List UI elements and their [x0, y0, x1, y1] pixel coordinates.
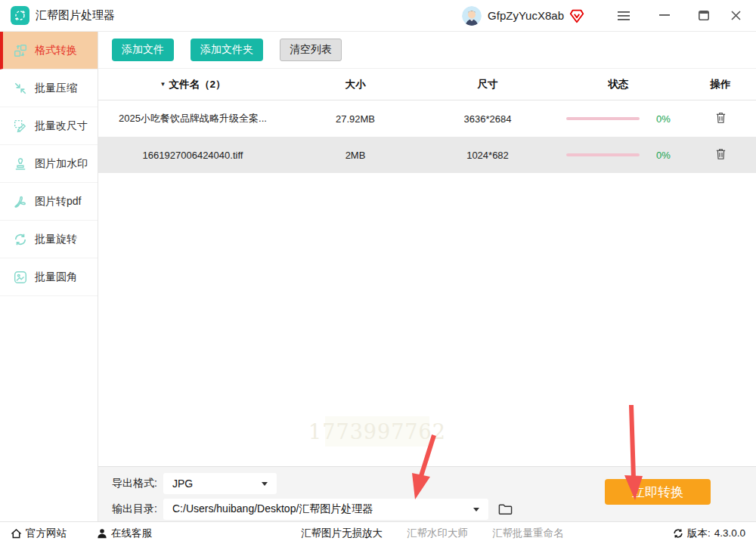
close-button[interactable] [726, 6, 745, 26]
export-format-select[interactable]: JPG [163, 473, 277, 494]
vip-badge-icon[interactable] [569, 8, 585, 24]
folder-icon [498, 503, 513, 515]
sidebar-item-label: 图片转pdf [35, 195, 81, 209]
official-site-link[interactable]: 官方网站 [11, 527, 67, 540]
sidebar-item-label: 批量改尺寸 [35, 119, 88, 133]
progress-bar [566, 117, 640, 120]
sidebar-item-image-to-pdf[interactable]: 图片转pdf [0, 183, 98, 221]
main-content: 添加文件 添加文件夹 清空列表 ▼ 文件名（2） 大小 尺寸 状态 操作 202… [98, 32, 756, 521]
person-icon [97, 528, 107, 539]
file-dimensions: 3636*2684 [423, 113, 552, 125]
add-file-button[interactable]: 添加文件 [112, 39, 174, 61]
browse-folder-button[interactable] [498, 503, 513, 515]
column-header-actions: 操作 [685, 78, 756, 91]
product-link-lossless-enlarge[interactable]: 汇帮图片无损放大 [301, 527, 383, 540]
column-header-status: 状态 [552, 78, 685, 91]
progress-percent: 0% [656, 113, 671, 125]
sidebar-item-batch-round-corner[interactable]: 批量圆角 [0, 258, 98, 296]
batch-compress-icon [14, 82, 27, 95]
trash-icon [715, 147, 727, 160]
watermark-text: 1773997762 [325, 416, 429, 447]
batch-rotate-icon [14, 233, 27, 246]
output-dir-label: 输出目录: [112, 502, 163, 516]
minimize-icon [659, 14, 670, 17]
version-label: 版本: [687, 527, 711, 540]
convert-now-button[interactable]: 立即转换 [605, 479, 711, 505]
app-title: 汇帮图片处理器 [36, 8, 115, 23]
file-list-empty-area: 1773997762 [98, 173, 756, 466]
add-folder-button[interactable]: 添加文件夹 [191, 39, 263, 61]
trash-icon [715, 111, 727, 124]
output-dir-select[interactable]: C:/Users/huibang/Desktop/汇帮图片处理器 [163, 499, 488, 520]
sort-icon[interactable]: ▼ [160, 81, 166, 88]
table-row[interactable]: 2025小吃餐饮品牌战略升级全案... 27.92MB 3636*2684 0% [98, 100, 756, 137]
column-header-size: 大小 [287, 78, 423, 91]
sidebar-item-label: 批量旋转 [35, 233, 77, 246]
version-info: 版本: 4.3.0.0 [673, 527, 745, 540]
sidebar-item-label: 格式转换 [35, 44, 77, 57]
image-watermark-icon [14, 157, 27, 171]
format-convert-icon [14, 44, 27, 57]
product-links: 汇帮图片无损放大 汇帮水印大师 汇帮批量重命名 [301, 527, 564, 540]
sidebar-item-image-watermark[interactable]: 图片加水印 [0, 145, 98, 183]
maximize-button[interactable] [694, 6, 714, 26]
hamburger-icon [618, 11, 630, 20]
column-header-label: 文件名（2） [169, 78, 225, 91]
batch-round-corner-icon [14, 270, 27, 284]
sidebar-item-label: 批量压缩 [35, 82, 77, 95]
titlebar: 汇帮图片处理器 GfpZyYucX8ab [0, 0, 756, 32]
export-format-label: 导出格式: [112, 477, 163, 490]
toolbar: 添加文件 添加文件夹 清空列表 [98, 32, 756, 68]
file-status: 0% [552, 150, 685, 161]
progress-percent: 0% [656, 150, 671, 161]
file-actions [685, 147, 756, 162]
table-header: ▼ 文件名（2） 大小 尺寸 状态 操作 [98, 68, 756, 100]
batch-resize-icon [14, 119, 27, 133]
username[interactable]: GfpZyYucX8ab [488, 9, 564, 22]
online-support-link[interactable]: 在线客服 [97, 527, 152, 540]
sidebar-item-label: 图片加水印 [35, 157, 88, 171]
close-icon [731, 11, 741, 20]
file-actions [685, 111, 756, 126]
export-format-value: JPG [172, 478, 193, 490]
user-avatar[interactable] [462, 6, 482, 26]
menu-button[interactable] [614, 6, 634, 26]
sidebar-item-batch-rotate[interactable]: 批量旋转 [0, 221, 98, 258]
app-logo-icon [11, 6, 29, 25]
sidebar-item-batch-resize[interactable]: 批量改尺寸 [0, 107, 98, 145]
sidebar-item-batch-compress[interactable]: 批量压缩 [0, 70, 98, 107]
file-size: 27.92MB [287, 113, 423, 125]
file-size: 2MB [287, 150, 423, 161]
file-status: 0% [552, 113, 685, 125]
sidebar-item-format-convert[interactable]: 格式转换 [0, 32, 98, 70]
refresh-icon [673, 528, 683, 539]
file-name: 2025小吃餐饮品牌战略升级全案... [98, 112, 287, 125]
file-name: 1661927006424040.tiff [98, 150, 287, 161]
clear-list-button[interactable]: 清空列表 [280, 39, 342, 61]
image-to-pdf-icon [14, 195, 27, 209]
maximize-icon [699, 11, 709, 20]
chevron-down-icon [473, 508, 479, 512]
home-icon [11, 528, 22, 539]
app-window: 汇帮图片处理器 GfpZyYucX8ab [0, 0, 756, 544]
version-value: 4.3.0.0 [714, 527, 745, 539]
sidebar: 格式转换 批量压缩 批量改尺寸 图片加水印 图片转pdf [0, 32, 98, 521]
output-dir-value: C:/Users/huibang/Desktop/汇帮图片处理器 [172, 502, 373, 516]
table-row[interactable]: 1661927006424040.tiff 2MB 1024*682 0% [98, 137, 756, 173]
file-dimensions: 1024*682 [423, 150, 552, 161]
product-link-watermark-master[interactable]: 汇帮水印大师 [407, 527, 468, 540]
delete-file-button[interactable] [715, 147, 727, 160]
column-header-filename[interactable]: ▼ 文件名（2） [98, 78, 287, 91]
minimize-button[interactable] [655, 6, 674, 26]
product-link-batch-rename[interactable]: 汇帮批量重命名 [492, 527, 564, 540]
delete-file-button[interactable] [715, 111, 727, 124]
sidebar-item-label: 批量圆角 [35, 270, 77, 284]
column-header-dimensions: 尺寸 [423, 78, 552, 91]
progress-bar [566, 153, 640, 156]
chevron-down-icon [262, 482, 268, 486]
statusbar: 官方网站 在线客服 汇帮图片无损放大 汇帮水印大师 汇帮批量重命名 版本: 4.… [0, 521, 756, 544]
export-panel: 导出格式: JPG 输出目录: C:/Users/huibang/Desktop… [98, 466, 756, 521]
